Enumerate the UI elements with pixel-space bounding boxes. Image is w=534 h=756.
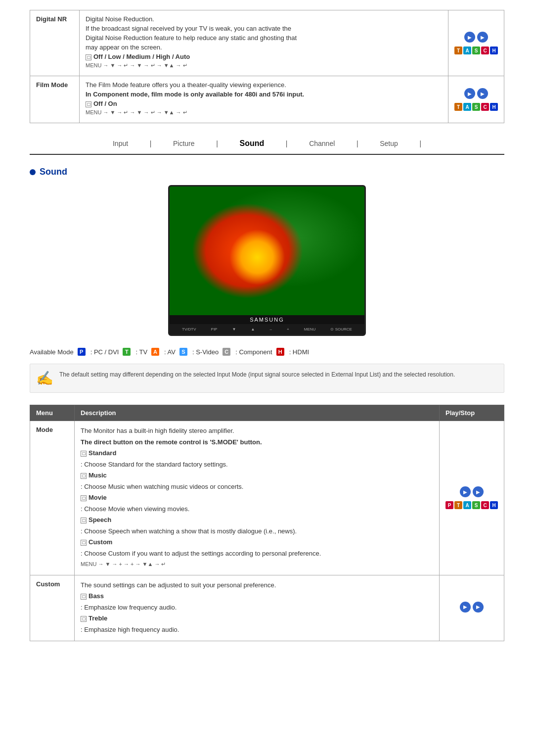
tv-ctrl-menu[interactable]: MENU [304, 327, 316, 331]
table-row-mode: Mode The Monitor has a built-in high fid… [30, 421, 504, 575]
mode-text-t: : TV [135, 348, 147, 356]
checkbox-movie: ☐ [81, 495, 87, 501]
mode-movie-desc: : Choose Movie when viewing movies. [81, 504, 433, 514]
film-mode-line1: The Film Mode feature offers you a theat… [86, 81, 442, 89]
custom-play-circle-1: ▶ [460, 602, 471, 613]
section-title-text: Sound [40, 167, 67, 177]
letter-badges: T A S C H [454, 47, 498, 54]
nav-picture[interactable]: Picture [173, 140, 195, 147]
checkbox-treble: ☐ [81, 616, 87, 622]
mode-description: The Monitor has a built-in high fidelity… [75, 421, 440, 575]
tv-ctrl-pip[interactable]: PIP [211, 327, 218, 331]
mode-text-s: : S-Video [192, 348, 219, 356]
checkbox-bass: ☐ [81, 594, 87, 600]
mode-badge-t: T [454, 501, 462, 509]
mode-speech-desc: : Choose Speech when watching a show tha… [81, 526, 433, 536]
main-content-table: Menu Description Play/Stop Mode The Moni… [30, 405, 504, 641]
mode-music: ☐Music [81, 471, 433, 480]
checkbox-music: ☐ [81, 473, 87, 479]
checkbox-custom: ☐ [81, 540, 87, 546]
nav-sep-3: | [286, 140, 288, 147]
badge-t: T [454, 47, 462, 54]
digital-nr-options: ☐Off / Low / Medium / High / Auto [86, 53, 442, 60]
mode-badge-s: S [472, 501, 480, 509]
film-mode-icons: ▶ ▶ T A S C H [448, 76, 504, 123]
nav-channel[interactable]: Channel [309, 140, 335, 147]
nav-sep-2: | [216, 140, 218, 147]
badge-h: H [490, 47, 498, 54]
digital-nr-title: Digital Noise Reduction. [86, 15, 442, 23]
navigation-bar: Input | Picture | Sound | Channel | Setu… [30, 133, 504, 155]
mode-standard-desc: : Choose Standard for the standard facto… [81, 460, 433, 470]
col-menu: Menu [30, 405, 75, 421]
col-playstop: Play/Stop [440, 405, 504, 421]
tv-controls-bar: TV/DTV PIP ▼ ▲ – + MENU ⊙ SOURCE [170, 324, 364, 334]
film-badge-t: T [454, 103, 462, 111]
nav-sep-1: | [150, 140, 152, 147]
mode-badge-p: P [78, 348, 86, 356]
mode-standard: ☐Standard [81, 448, 433, 458]
tv-ctrl-plus[interactable]: + [287, 327, 289, 331]
mode-badges: P T A S C H [445, 501, 498, 509]
mode-badge-h: H [490, 501, 498, 509]
checkbox-icon-2: ☐ [86, 101, 91, 107]
nav-sound[interactable]: Sound [239, 139, 264, 147]
tv-image-container: SAMSUNG TV/DTV PIP ▼ ▲ – + MENU ⊙ SOURCE [30, 185, 504, 336]
play-circles: ▶ ▶ [464, 32, 488, 43]
nav-input[interactable]: Input [113, 140, 128, 147]
nav-setup[interactable]: Setup [380, 140, 398, 147]
mode-custom-desc: : Choose Custom if you want to adjust th… [81, 549, 433, 559]
film-badge-h: H [490, 103, 498, 111]
mode-movie: ☐Movie [81, 493, 433, 503]
film-mode-label: Film Mode [30, 76, 80, 123]
mode-text-c: : Component [235, 348, 272, 356]
mode-text-a: : AV [164, 348, 176, 356]
mode-line-2: The direct button on the remote control … [81, 437, 433, 447]
film-badge-c: C [481, 103, 489, 111]
mode-line-1: The Monitor has a built-in high fidelity… [81, 426, 433, 436]
digital-nr-line2: Digital Noise Reduction feature to help … [86, 34, 442, 42]
custom-treble-desc: : Emphasize high frequency audio. [81, 625, 433, 635]
note-icon: ✍ [36, 370, 53, 386]
tv-ctrl-down[interactable]: ▼ [232, 327, 236, 331]
tv-ctrl-minus[interactable]: – [270, 327, 272, 331]
tv-ctrl-up[interactable]: ▲ [251, 327, 255, 331]
checkbox-speech: ☐ [81, 518, 87, 523]
mode-badge-p: P [445, 501, 453, 509]
mode-play-circles: ▶ ▶ [460, 486, 484, 497]
mode-badge-c: C [222, 348, 230, 356]
tv-screen [170, 187, 364, 315]
film-mode-options: ☐Off / On [86, 100, 442, 107]
custom-play-circles: ▶ ▶ [460, 602, 484, 613]
mode-play-circle-1: ▶ [460, 486, 471, 497]
digital-nr-description: Digital Noise Reduction. If the broadcas… [80, 10, 448, 76]
mode-badge-s: S [179, 348, 187, 356]
tv-brand: SAMSUNG [170, 315, 364, 324]
mode-badge-t: T [123, 348, 131, 356]
mode-speech: ☐Speech [81, 515, 433, 525]
custom-description: The sound settings can be adjusted to su… [75, 575, 440, 641]
nav-sep-4: | [356, 140, 358, 147]
note-text: The default setting may different depend… [59, 370, 455, 379]
mode-text-h: : HDMI [289, 348, 309, 356]
film-play-circles: ▶ ▶ [464, 88, 488, 99]
note-box: ✍ The default setting may different depe… [30, 364, 504, 393]
mode-music-desc: : Choose Music when watching music video… [81, 482, 433, 492]
tv-ctrl-tvdtv[interactable]: TV/DTV [182, 327, 196, 331]
section-title: Sound [30, 167, 504, 177]
badge-s: S [472, 47, 480, 54]
film-mode-icon-group: ▶ ▶ T A S C H [454, 88, 498, 111]
custom-label: Custom [30, 575, 75, 641]
mode-play-circle-2: ▶ [473, 486, 484, 497]
nav-sep-5: | [419, 140, 421, 147]
custom-line-1: The sound settings can be adjusted to su… [81, 580, 433, 590]
mode-icon-group: ▶ ▶ P T A S C H [445, 486, 498, 509]
tv-ctrl-source[interactable]: ⊙ SOURCE [330, 327, 352, 331]
top-info-table: Digital NR Digital Noise Reduction. If t… [30, 10, 504, 123]
mode-badge-h: H [276, 348, 284, 356]
film-mode-line2: In Component mode, film mode is only ava… [86, 91, 442, 98]
mode-menu-seq: MENU → ▼ → + → + → ▼▲ → ↵ [81, 560, 433, 568]
mode-badge-a: A [463, 501, 471, 509]
film-play-circle-1: ▶ [464, 88, 475, 99]
mode-badge-c: C [481, 501, 489, 509]
